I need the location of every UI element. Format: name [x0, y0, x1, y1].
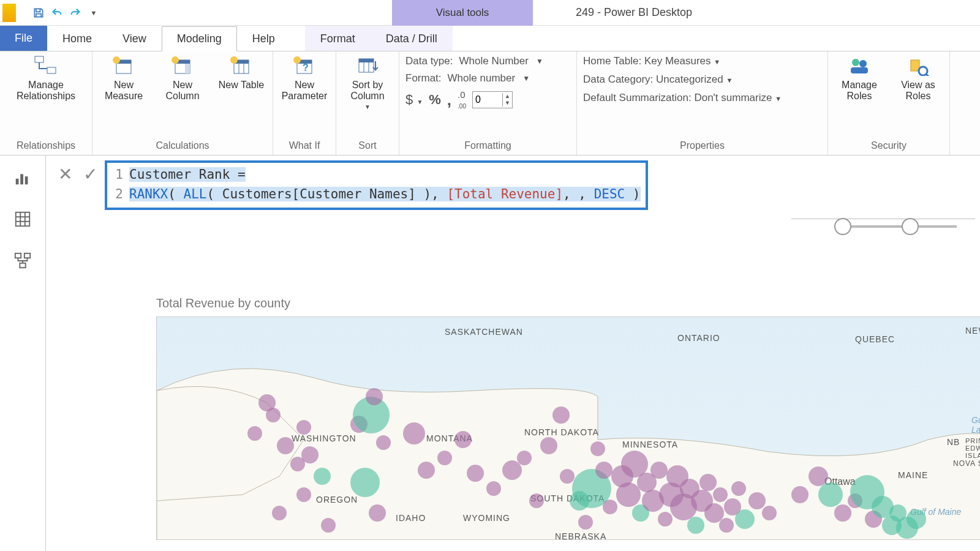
map-bubble[interactable]: [369, 504, 386, 522]
comma-button[interactable]: ,: [447, 91, 451, 110]
view-as-roles-button[interactable]: View as Roles: [893, 55, 943, 102]
data-type-selector[interactable]: Data type: Whole Number ▼: [405, 55, 570, 67]
manage-roles-button[interactable]: Manage Roles: [834, 55, 884, 102]
map-bubble[interactable]: [687, 517, 704, 534]
sort-by-column-label: Sort by Column: [342, 80, 393, 102]
save-icon[interactable]: [32, 6, 45, 20]
group-label-properties: Properties: [583, 139, 821, 154]
map-bubble[interactable]: [277, 437, 294, 454]
map-bubble[interactable]: [418, 462, 435, 479]
home-table-selector[interactable]: Home Table: Key Measures ▼: [583, 55, 821, 67]
redo-icon[interactable]: [69, 6, 82, 20]
formula-commit-icon[interactable]: ✓: [83, 164, 97, 184]
tab-format[interactable]: Format: [305, 26, 371, 51]
new-parameter-label: New Parameter: [279, 80, 330, 102]
spin-down-icon[interactable]: ▼: [503, 100, 512, 107]
new-parameter-button[interactable]: ? New Parameter: [279, 55, 330, 102]
data-category-selector[interactable]: Data Category: Uncategorized ▼: [583, 73, 821, 86]
map-bubble[interactable]: [517, 451, 532, 465]
view-rail: [0, 156, 46, 551]
map-bubble[interactable]: [350, 468, 380, 497]
default-summarization-selector[interactable]: Default Summarization: Don't summarize ▼: [583, 92, 821, 104]
sort-by-column-button[interactable]: Sort by Column ▼: [342, 55, 393, 110]
percent-button[interactable]: %: [429, 92, 441, 108]
formula-cancel-icon[interactable]: ✕: [58, 164, 72, 184]
slider-handle-left[interactable]: [834, 218, 851, 235]
map-bubble[interactable]: [437, 451, 452, 465]
map-bubble[interactable]: [366, 388, 383, 405]
map-bubble[interactable]: [272, 506, 287, 520]
map-bubble[interactable]: [454, 431, 472, 448]
model-view-icon[interactable]: [13, 251, 32, 271]
ribbon-tabs: File Home View Modeling Help Format Data…: [0, 26, 980, 51]
map-bubble[interactable]: [731, 481, 746, 496]
new-table-button[interactable]: New Table: [216, 55, 266, 91]
qat-dropdown-icon[interactable]: ▼: [87, 6, 100, 20]
map-bubble[interactable]: [247, 426, 262, 441]
map-bubble[interactable]: [650, 462, 668, 479]
map-bubble[interactable]: [321, 518, 336, 533]
map-bubble[interactable]: [578, 515, 593, 530]
slider-track[interactable]: [834, 225, 957, 228]
group-label-relationships: Relationships: [6, 139, 86, 154]
manage-relationships-button[interactable]: Manage Relationships: [6, 55, 86, 102]
svg-rect-29: [20, 174, 23, 184]
map-bubble[interactable]: [719, 518, 734, 533]
map-bubble[interactable]: [296, 487, 311, 502]
map-bubble[interactable]: [658, 512, 673, 527]
map-visual[interactable]: SASKATCHEWAN ONTARIO QUEBEC NEWF WASHING…: [156, 317, 980, 540]
map-bubble[interactable]: [266, 408, 281, 422]
map-bubble[interactable]: [486, 481, 501, 496]
map-bubble[interactable]: [560, 469, 575, 484]
map-bubble[interactable]: [818, 482, 843, 507]
map-bubble[interactable]: [834, 504, 851, 522]
formula-line1: Customer Rank =: [129, 167, 246, 182]
map-bubble[interactable]: [699, 474, 717, 491]
tab-help[interactable]: Help: [237, 26, 290, 51]
tab-data-drill[interactable]: Data / Drill: [371, 26, 453, 51]
tab-modeling[interactable]: Modeling: [162, 26, 237, 51]
map-bubble[interactable]: [403, 422, 425, 444]
map-bubble[interactable]: [296, 420, 311, 435]
data-view-icon[interactable]: [13, 209, 32, 229]
decimal-places-input[interactable]: ▲▼: [472, 91, 513, 108]
map-bubble[interactable]: [762, 506, 777, 520]
view-as-roles-label: View as Roles: [893, 80, 943, 102]
map-bubble[interactable]: [314, 468, 331, 485]
map-bubble[interactable]: [467, 465, 484, 482]
app-logo-icon: [2, 4, 16, 22]
chevron-down-icon: ▼: [364, 103, 371, 111]
group-label-security: Security: [834, 139, 943, 154]
map-bubble[interactable]: [301, 446, 318, 463]
map-bubble[interactable]: [595, 462, 612, 479]
map-bubble[interactable]: [552, 407, 570, 424]
map-bubble[interactable]: [540, 437, 557, 454]
tab-home[interactable]: Home: [47, 26, 107, 51]
new-column-button[interactable]: New Column: [157, 55, 208, 102]
map-bubble[interactable]: [713, 487, 728, 502]
formula-bar[interactable]: 1Customer Rank = 2RANKX( ALL( Customers[…: [105, 160, 648, 210]
map-bubble[interactable]: [376, 435, 391, 450]
format-selector[interactable]: Format: Whole number ▼: [405, 72, 570, 84]
map-bubble[interactable]: [616, 482, 641, 507]
tab-file[interactable]: File: [0, 26, 47, 51]
roles-icon: [846, 55, 873, 76]
tab-view[interactable]: View: [107, 26, 162, 51]
undo-icon[interactable]: [50, 6, 64, 20]
map-bubble[interactable]: [748, 492, 766, 509]
spin-up-icon[interactable]: ▲: [503, 93, 512, 100]
new-measure-button[interactable]: New Measure: [99, 55, 149, 102]
svg-point-17: [293, 56, 301, 64]
map-bubble[interactable]: [590, 441, 605, 456]
map-label: MINNESOTA: [622, 440, 678, 449]
map-bubble[interactable]: [907, 509, 926, 529]
slider-handle-right[interactable]: [902, 218, 919, 235]
map-bubble[interactable]: [603, 500, 617, 514]
map-bubble[interactable]: [791, 486, 809, 503]
svg-line-27: [926, 74, 929, 76]
report-view-icon[interactable]: [13, 168, 32, 187]
map-bubble[interactable]: [735, 509, 755, 529]
currency-button[interactable]: $ ▼: [405, 92, 423, 108]
line-number: 1: [112, 165, 123, 185]
map-bubble[interactable]: [529, 493, 544, 508]
